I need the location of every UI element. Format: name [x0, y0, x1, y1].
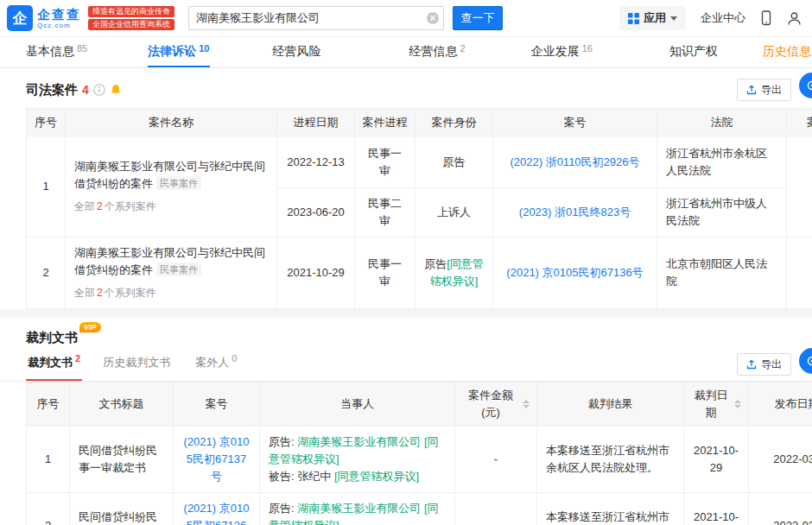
col-court: 法院	[657, 109, 787, 136]
col-case-no: 案号	[493, 109, 657, 136]
export-button[interactable]: 导出	[737, 79, 791, 101]
monitor-bell-icon[interactable]	[110, 84, 122, 96]
case-number-link[interactable]: (2023) 浙01民终823号	[519, 206, 631, 218]
mobile-app-icon[interactable]	[760, 10, 772, 26]
judicial-cases-section: 司法案件 4 导出	[0, 68, 812, 309]
judgment-documents-table: 序号 文书标题 案号 当事人 案件金额(元) 裁判结果 裁判日期 发布日期 1 …	[26, 382, 812, 525]
case-number-link[interactable]: (2021) 京0105民初67136号	[184, 502, 250, 525]
judge-date: 2021-10-29	[684, 427, 749, 493]
logo-name: 企查查	[37, 8, 81, 22]
tab-basic-info[interactable]: 基本信息85	[26, 37, 87, 67]
tab-history-docs[interactable]: 历史裁判文书	[101, 348, 174, 381]
tab-legal-litigation[interactable]: 法律诉讼10	[148, 37, 209, 67]
sort-amount-icon[interactable]	[523, 400, 530, 408]
court-name: 北京市朝阳区人民法院	[657, 237, 787, 309]
case-role: 原告[同意管辖权异议]	[416, 237, 493, 309]
judicial-table-header: 序号 案件名称 进程日期 案件进程 案件身份 案号 法院 案件金额(元)	[27, 109, 812, 136]
col-publish-date: 发布日期	[749, 383, 812, 427]
parties-cell: 原告: 湖南美猴王影业有限公司 [同意管辖权异议] 被告: 张纪中 [同意管辖权…	[260, 493, 455, 525]
brand-slogan: 缔造有远见的商业传奇 全国企业信用查询系统	[88, 6, 174, 30]
case-name-cell: 湖南美猴王影业有限公司与张纪中民间借贷纠纷的案件民事案件 全部2个系列案件	[66, 237, 277, 309]
tab-judgment-docs[interactable]: 裁判文书2	[26, 348, 82, 381]
jurisdiction-objection-tag: [同意管辖权异议]	[334, 470, 419, 483]
company-search-input[interactable]	[189, 7, 422, 29]
tab-business-risk[interactable]: 经营风险	[273, 37, 324, 67]
proc-date: 2023-06-20	[277, 188, 355, 237]
doc-amount: -	[455, 427, 537, 493]
apps-label: 应用	[644, 10, 666, 26]
sort-judge-date-icon[interactable]	[734, 400, 741, 408]
case-number-link[interactable]: (2021) 京0105民初67136号	[506, 266, 643, 279]
case-row-1-proc-1: 1 湖南美猴王影业有限公司与张纪中民间借贷纠纷的案件民事案件 全部2个系列案件 …	[27, 136, 812, 188]
doc-title-link[interactable]: 民间借贷纠纷民事一审裁定书	[70, 427, 174, 493]
case-name-link[interactable]: 湖南美猴王影业有限公司与张纪中民间借贷纠纷的案件民事案件	[74, 244, 268, 279]
series-cases-link[interactable]: 全部2个系列案件	[74, 198, 268, 215]
slogan-line-1: 缔造有远见的商业传奇	[88, 6, 174, 17]
proc-date: 2021-10-29	[277, 237, 355, 309]
doc-amount: -	[455, 493, 537, 525]
case-amount	[787, 136, 812, 237]
tab-company-development[interactable]: 企业发展16	[531, 37, 593, 67]
clear-input-icon[interactable]	[422, 12, 443, 24]
court-name: 浙江省杭州市中级人民法院	[657, 188, 787, 237]
doc-title-link[interactable]: 民间借贷纠纷民事一审裁定书	[70, 493, 174, 525]
judge-date: 2021-10-29	[684, 493, 749, 525]
case-type-tag: 民事案件	[156, 262, 201, 276]
case-amount	[787, 237, 812, 309]
publish-date: 2022-03-08	[749, 493, 812, 525]
col-proc-date: 进程日期	[277, 109, 355, 136]
col-result: 裁判结果	[537, 383, 684, 427]
case-role: 上诉人	[416, 188, 493, 237]
doc-seq: 1	[27, 427, 70, 493]
export-icon	[746, 359, 757, 370]
top-header: 企 企查查 Qcc.com 缔造有远见的商业传奇 全国企业信用查询系统 查一下 …	[0, 0, 812, 36]
search-button[interactable]: 查一下	[453, 6, 503, 30]
logo-domain: Qcc.com	[37, 22, 81, 29]
col-case-no: 案号	[174, 383, 260, 427]
case-seq: 1	[27, 136, 66, 237]
export-icon	[746, 85, 757, 95]
defendant-name-link[interactable]: 张纪中	[297, 470, 331, 483]
tab-business-info[interactable]: 经营信息2	[409, 37, 466, 67]
judgment-documents-section: 裁判文书 VIP 裁判文书2 历史裁判文书 案外人0 导出	[0, 318, 812, 525]
case-seq: 2	[27, 237, 66, 309]
case-number-link[interactable]: (2022) 浙0110民初2926号	[510, 155, 639, 168]
col-judge-date: 裁判日期	[684, 383, 749, 427]
company-nav-tabs: 基本信息85 法律诉讼10 经营风险 经营信息2 企业发展16 知识产权 历史信…	[0, 36, 812, 68]
publish-date: 2022-03-08	[749, 427, 812, 493]
judicial-cases-table: 序号 案件名称 进程日期 案件进程 案件身份 案号 法院 案件金额(元) 1	[26, 108, 812, 309]
parties-cell: 原告: 湖南美猴王影业有限公司 [同意管辖权异议] 被告: 张纪中 [同意管辖权…	[260, 427, 455, 493]
chevron-down-icon	[670, 16, 677, 21]
plaintiff-company-link[interactable]: 湖南美猴王影业有限公司	[297, 435, 421, 448]
export-button[interactable]: 导出	[737, 353, 791, 376]
col-parties: 当事人	[260, 383, 455, 427]
qcc-logo[interactable]: 企 企查查 Qcc.com	[7, 5, 81, 31]
section-divider	[0, 309, 812, 318]
col-amount: 案件金额(元)	[455, 383, 537, 427]
search-box	[188, 6, 444, 30]
enterprise-center-link[interactable]: 企业中心	[701, 10, 745, 26]
col-seq: 序号	[27, 383, 70, 427]
section-title-judicial: 司法案件	[26, 82, 78, 98]
case-type-tag: 民事案件	[156, 176, 201, 190]
col-proc-stage: 案件进程	[355, 109, 416, 136]
series-cases-link[interactable]: 全部2个系列案件	[74, 284, 268, 301]
judicial-count-badge: 4	[82, 83, 89, 97]
info-icon[interactable]	[93, 84, 105, 96]
plaintiff-company-link[interactable]: 湖南美猴王影业有限公司	[297, 502, 421, 515]
qcc-logo-icon: 企	[7, 5, 33, 31]
document-row-1: 1 民间借贷纠纷民事一审裁定书 (2021) 京0105民初67137号 原告:…	[27, 427, 812, 493]
case-name-link[interactable]: 湖南美猴王影业有限公司与张纪中民间借贷纠纷的案件民事案件	[74, 158, 268, 193]
section-title-documents: 裁判文书	[26, 330, 78, 346]
case-role: 原告	[416, 136, 493, 188]
tab-intellectual-property[interactable]: 知识产权	[669, 37, 720, 67]
col-role: 案件身份	[416, 109, 493, 136]
tab-history-info[interactable]: 历史信息	[763, 37, 812, 67]
user-account-icon[interactable]	[787, 11, 802, 26]
apps-menu-button[interactable]: 应用	[619, 6, 686, 30]
apps-grid-icon	[628, 13, 639, 24]
tab-case-outsider[interactable]: 案外人0	[193, 348, 238, 381]
col-doc-title: 文书标题	[70, 383, 174, 427]
case-number-link[interactable]: (2021) 京0105民初67137号	[184, 435, 250, 483]
document-row-2: 2 民间借贷纠纷民事一审裁定书 (2021) 京0105民初67136号 原告:…	[27, 493, 812, 525]
